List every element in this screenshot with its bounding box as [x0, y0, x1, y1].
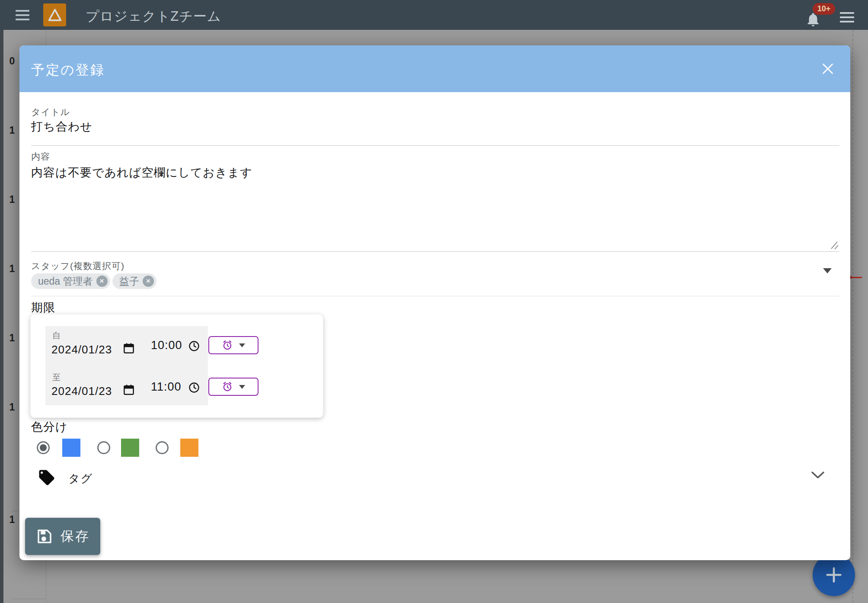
- calendar-left-strip: [0, 30, 3, 603]
- staff-field-divider: [31, 296, 839, 296]
- screen: 0 1 1 1 1 1 1 プロジェクトZチーム 10+: [0, 0, 868, 603]
- chip-remove-icon[interactable]: ×: [143, 276, 154, 287]
- staff-field-label: スタッフ(複数選択可): [31, 260, 124, 272]
- to-alarm-button[interactable]: [208, 378, 258, 396]
- textarea-resize-grip-icon[interactable]: [828, 240, 840, 252]
- save-floppy-icon: [35, 527, 54, 545]
- to-label: 至: [52, 372, 61, 383]
- alarm-dropdown-caret-icon: [239, 343, 245, 347]
- deadline-card: 自 2024/01/23 10:00: [30, 314, 323, 418]
- to-date-input[interactable]: 2024/01/23: [51, 385, 112, 398]
- tag-section-label: タグ: [68, 471, 93, 486]
- staff-dropdown-caret-icon[interactable]: [823, 268, 832, 273]
- event-registration-dialog: 予定の登録 タイトル 打ち合わせ 内容 内容は不要であれば空欄にしておきます ス…: [19, 45, 850, 560]
- deadline-section-label: 期限: [31, 300, 55, 315]
- app-logo[interactable]: [43, 3, 66, 26]
- tag-icon: [38, 468, 56, 489]
- dialog-title: 予定の登録: [31, 61, 105, 79]
- calendar-grid-line-dashed: [852, 30, 853, 603]
- title-field-label: タイトル: [31, 106, 70, 118]
- clock-icon[interactable]: [188, 382, 200, 395]
- alarm-dropdown-caret-icon: [239, 385, 245, 389]
- calendar-grid-line-horizontal: [12, 599, 46, 599]
- close-icon[interactable]: [820, 61, 836, 77]
- title-input[interactable]: 打ち合わせ: [31, 119, 93, 135]
- alarm-clock-icon: [222, 381, 233, 392]
- from-date-input[interactable]: 2024/01/23: [51, 343, 112, 356]
- time-axis-label: 1: [7, 125, 17, 136]
- from-label: 自: [52, 330, 61, 341]
- time-axis-label: 1: [7, 514, 17, 526]
- menu-icon[interactable]: [16, 10, 29, 20]
- color-radio-orange[interactable]: [156, 441, 169, 454]
- time-axis-label: 1: [7, 194, 17, 205]
- from-alarm-button[interactable]: [208, 336, 258, 354]
- calendar-grid-line-horizontal: [12, 511, 19, 511]
- app-bar: プロジェクトZチーム 10+: [0, 0, 868, 30]
- content-textarea-underline: [31, 251, 839, 252]
- plus-icon: [824, 565, 844, 585]
- chip-remove-icon[interactable]: ×: [96, 276, 108, 287]
- to-time-input[interactable]: 11:00: [151, 380, 182, 394]
- title-input-underline: [31, 145, 839, 146]
- triangle-logo-icon: [47, 7, 63, 23]
- staff-chip[interactable]: 益子 ×: [112, 273, 156, 289]
- time-axis-label: 1: [7, 401, 17, 413]
- calendar-icon[interactable]: [122, 342, 135, 356]
- app-title: プロジェクトZチーム: [86, 7, 221, 26]
- staff-chip-label: 益子: [119, 275, 139, 288]
- dialog-header: 予定の登録: [19, 45, 850, 92]
- tag-expand-chevron-icon[interactable]: [811, 470, 825, 481]
- current-time-line: [850, 277, 862, 278]
- time-axis-label: 0: [7, 55, 17, 67]
- save-button-label: 保存: [61, 527, 90, 545]
- radio-selected-dot: [40, 444, 47, 451]
- color-radio-blue[interactable]: [37, 441, 50, 454]
- save-button[interactable]: 保存: [25, 518, 100, 555]
- overflow-menu-icon[interactable]: [840, 12, 854, 22]
- staff-chip[interactable]: ueda 管理者 ×: [31, 273, 110, 289]
- alarm-clock-icon: [222, 340, 233, 351]
- content-field-label: 内容: [31, 151, 50, 163]
- calendar-icon[interactable]: [122, 383, 135, 398]
- notification-count-badge: 10+: [813, 3, 835, 15]
- clock-icon[interactable]: [188, 340, 200, 354]
- content-textarea[interactable]: 内容は不要であれば空欄にしておきます: [31, 165, 252, 180]
- color-radio-green[interactable]: [97, 441, 110, 454]
- color-swatch-green[interactable]: [121, 439, 139, 457]
- staff-chip-label: ueda 管理者: [38, 275, 93, 288]
- color-swatch-blue[interactable]: [62, 439, 80, 457]
- time-axis-label: 1: [7, 263, 17, 275]
- color-section-label: 色分け: [31, 419, 68, 435]
- color-swatch-orange[interactable]: [180, 439, 198, 457]
- from-time-input[interactable]: 10:00: [151, 339, 182, 352]
- time-axis-label: 1: [7, 332, 17, 344]
